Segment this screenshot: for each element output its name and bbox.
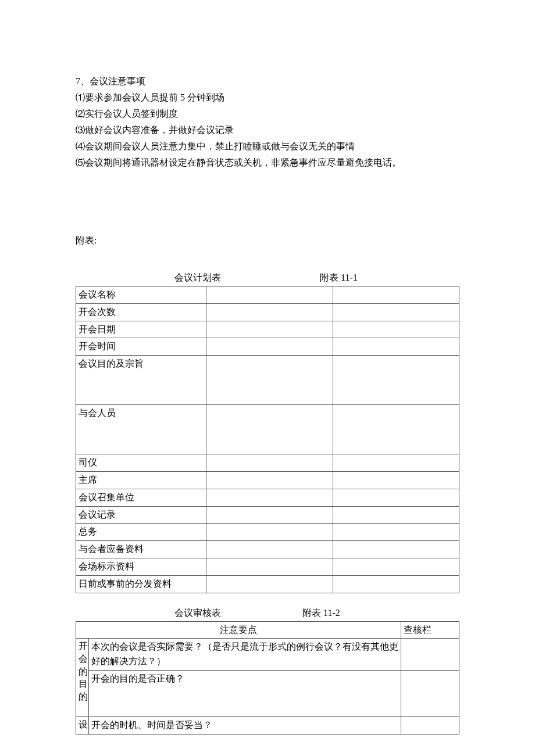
t2-check-cell	[401, 716, 459, 734]
t1-cell	[333, 303, 459, 321]
table2-appendix: 附表 11-2	[302, 605, 340, 621]
t1-row-label: 日前或事前的分发资料	[76, 575, 206, 593]
t2-header-check: 查核栏	[401, 621, 459, 639]
note-item-4: ⑷会议期间会议人员注意力集中，禁止打瞌睡或做与会议无关的事情	[76, 138, 459, 155]
t1-cell	[333, 338, 459, 356]
t1-cell	[333, 321, 459, 338]
t1-cell	[206, 338, 333, 356]
t1-cell	[333, 541, 459, 558]
table2-title: 会议审核表	[174, 605, 221, 621]
t1-row-label: 总务	[76, 524, 206, 541]
section-title: 7、会议注意事项	[76, 73, 459, 89]
t2-group1-label: 开 会 的 目 的	[76, 639, 89, 717]
t1-row-label: 与会人员	[76, 405, 206, 454]
table1-appendix: 附表 11-1	[320, 270, 358, 286]
t1-row-label: 司仪	[76, 454, 206, 472]
t1-cell	[333, 356, 459, 405]
meeting-review-table: 注意要点 查核栏 开 会 的 目 的 本次的会议是否实际需要？（是否只是流于形式…	[76, 621, 459, 734]
t2-check-cell	[401, 639, 459, 671]
t1-cell	[206, 356, 333, 405]
t2-point: 开会的时机、时间是否妥当？	[89, 716, 401, 734]
note-item-3: ⑶做好会议内容准备，并做好会议记录	[76, 122, 459, 138]
note-item-1: ⑴要求参加会议人员提前 5 分钟到场	[76, 89, 459, 106]
t1-cell	[333, 286, 459, 304]
t1-cell	[333, 471, 459, 489]
t2-header-points: 注意要点	[76, 621, 401, 639]
t1-cell	[333, 405, 459, 454]
t2-point: 本次的会议是否实际需要？（是否只是流于形式的例行会议？有没有其他更好的解决方法？…	[89, 639, 401, 671]
t2-point: 开会的目的是否正确？	[89, 670, 401, 716]
t1-row-label: 开会时间	[76, 338, 206, 356]
t1-cell	[206, 286, 333, 304]
t1-row-label: 主席	[76, 471, 206, 489]
table1-title: 会议计划表	[174, 270, 221, 286]
t1-row-label: 会议召集单位	[76, 489, 206, 506]
appendix-label: 附表:	[76, 232, 459, 249]
meeting-plan-table: 会议名称 开会次数 开会日期 开会时间 会议目的及宗旨 与会人员 司仪 主席 会…	[76, 286, 459, 593]
t1-cell	[206, 506, 333, 524]
t1-cell	[333, 489, 459, 506]
t1-cell	[206, 454, 333, 472]
note-item-5: ⑸会议期间将通讯器材设定在静音状态或关机，非紧急事件应尽量避免接电话。	[76, 155, 459, 171]
note-item-2: ⑵实行会议人员签到制度	[76, 106, 459, 122]
t1-cell	[206, 303, 333, 321]
table1-title-row: 会议计划表 附表 11-1	[76, 270, 459, 286]
t1-row-label: 会场标示资料	[76, 558, 206, 575]
t1-cell	[206, 471, 333, 489]
t1-cell	[333, 524, 459, 541]
t1-cell	[206, 541, 333, 558]
t1-row-label: 会议记录	[76, 506, 206, 524]
t1-cell	[333, 454, 459, 472]
t2-check-cell	[401, 670, 459, 716]
t1-cell	[206, 524, 333, 541]
t1-cell	[333, 558, 459, 575]
t1-row-label: 会议目的及宗旨	[76, 356, 206, 405]
t1-cell	[206, 575, 333, 593]
t1-row-label: 开会次数	[76, 303, 206, 321]
t1-row-label: 会议名称	[76, 286, 206, 304]
t1-row-label: 与会者应备资料	[76, 541, 206, 558]
t1-cell	[333, 575, 459, 593]
table2-title-row: 会议审核表 附表 11-2	[76, 605, 459, 621]
t1-cell	[333, 506, 459, 524]
t1-cell	[206, 489, 333, 506]
t2-group2-label: 设	[76, 716, 89, 734]
t1-cell	[206, 558, 333, 575]
t1-row-label: 开会日期	[76, 321, 206, 338]
t1-cell	[206, 321, 333, 338]
t1-cell	[206, 405, 333, 454]
